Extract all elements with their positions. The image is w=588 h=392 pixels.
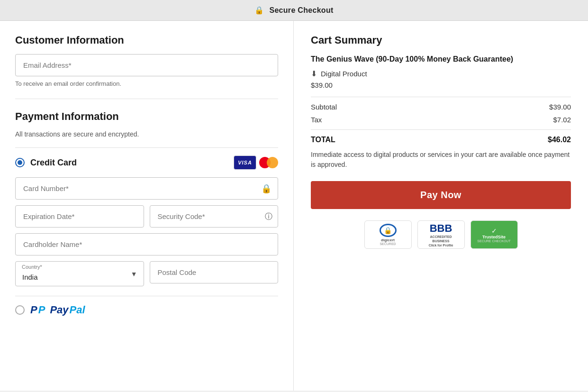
card-number-wrapper: 🔒 bbox=[15, 177, 278, 200]
paypal-icon-p2: P bbox=[38, 304, 45, 316]
total-row: TOTAL $46.02 bbox=[311, 136, 571, 144]
subtotal-value: $39.00 bbox=[549, 103, 571, 111]
top-bar: 🔒 Secure Checkout bbox=[0, 0, 588, 21]
paypal-text-pay: Pay bbox=[50, 304, 68, 316]
customer-section-title: Customer Information bbox=[15, 34, 278, 46]
customer-section: Customer Information To receive an email… bbox=[15, 34, 278, 99]
tax-row: Tax $7.02 bbox=[311, 116, 571, 124]
subtotal-label: Subtotal bbox=[311, 103, 337, 111]
divider bbox=[15, 147, 278, 148]
bbb-line3: Click for Profile bbox=[429, 244, 453, 247]
payment-section: Payment Information All transactions are… bbox=[15, 110, 278, 286]
postal-wrapper bbox=[150, 261, 279, 286]
postal-code-input[interactable] bbox=[150, 261, 279, 283]
security-wrapper: ⓘ bbox=[150, 205, 279, 228]
cart-divider-1 bbox=[311, 97, 571, 97]
bbb-line2: BUSINESS bbox=[433, 239, 450, 243]
subtotal-row: Subtotal $39.00 bbox=[311, 103, 571, 111]
bbb-line1: ACCREDITED bbox=[430, 235, 452, 238]
paypal-section[interactable]: P P Pay Pal bbox=[15, 296, 278, 316]
trustedsite-badge: ✓ TrustedSite SECURE CHECKOUT bbox=[470, 220, 518, 249]
email-input[interactable] bbox=[15, 54, 278, 76]
bbb-badge: BBB ACCREDITED BUSINESS Click for Profil… bbox=[417, 220, 465, 249]
card-number-input[interactable] bbox=[15, 177, 278, 200]
visa-logo: VISA bbox=[234, 155, 256, 170]
access-note: Immediate access to digital products or … bbox=[311, 150, 571, 170]
digicert-circle: 🔒 bbox=[380, 224, 397, 237]
email-helper-text: To receive an email order confirmation. bbox=[15, 80, 278, 87]
payment-section-title: Payment Information bbox=[15, 110, 278, 123]
main-layout: Customer Information To receive an email… bbox=[0, 21, 588, 391]
right-panel: Cart Summary The Genius Wave (90-Day 100… bbox=[294, 21, 588, 391]
header-title: Secure Checkout bbox=[269, 6, 333, 14]
digicert-name: digicert bbox=[381, 238, 395, 242]
bbb-logo: BBB bbox=[430, 222, 452, 235]
cart-divider-2 bbox=[311, 129, 571, 130]
cardholder-name-input[interactable] bbox=[15, 233, 278, 255]
download-icon: ⬇ bbox=[311, 69, 317, 78]
mastercard-logo bbox=[259, 155, 278, 170]
mc-orange-circle bbox=[267, 157, 278, 168]
payment-subtitle: All transactions are secure and encrypte… bbox=[15, 130, 278, 138]
pay-now-button[interactable]: Pay Now bbox=[311, 181, 571, 209]
country-postal-row: Country* India United States United King… bbox=[15, 261, 278, 286]
digicert-badge: 🔒 digicert SECURED bbox=[364, 220, 412, 249]
cardholder-row bbox=[15, 233, 278, 255]
card-lock-icon: 🔒 bbox=[261, 183, 271, 194]
product-price: $39.00 bbox=[311, 81, 571, 89]
paypal-radio[interactable] bbox=[15, 305, 25, 315]
lock-icon: 🔒 bbox=[254, 6, 264, 14]
digicert-secured-text: SECURED bbox=[380, 242, 396, 246]
digicert-lock-icon: 🔒 bbox=[384, 227, 392, 234]
left-panel: Customer Information To receive an email… bbox=[0, 21, 294, 391]
trustedsite-check-icon: ✓ bbox=[491, 227, 497, 235]
security-info-icon[interactable]: ⓘ bbox=[265, 211, 272, 221]
total-label: TOTAL bbox=[311, 136, 335, 144]
cart-title: Cart Summary bbox=[311, 34, 571, 46]
expiry-wrapper bbox=[15, 205, 144, 228]
tax-value: $7.02 bbox=[553, 116, 571, 124]
paypal-logo: P P Pay Pal bbox=[30, 304, 85, 316]
expiry-security-row: ⓘ bbox=[15, 205, 278, 228]
trust-badges: 🔒 digicert SECURED BBB ACCREDITED BUSINE… bbox=[311, 220, 571, 249]
product-name: The Genius Wave (90-Day 100% Money Back … bbox=[311, 54, 571, 64]
country-wrapper: Country* India United States United King… bbox=[15, 261, 144, 286]
tax-label: Tax bbox=[311, 116, 322, 124]
credit-card-radio[interactable] bbox=[15, 158, 25, 167]
trustedsite-sub: SECURE CHECKOUT bbox=[477, 239, 510, 243]
country-label: Country* bbox=[22, 264, 42, 270]
digital-product-row: ⬇ Digital Product bbox=[311, 69, 571, 78]
total-value: $46.02 bbox=[548, 136, 571, 144]
paypal-text-pal: Pal bbox=[70, 304, 85, 316]
card-logos: VISA bbox=[234, 155, 278, 170]
security-code-input[interactable] bbox=[150, 205, 279, 228]
credit-card-option[interactable]: Credit Card VISA bbox=[15, 155, 278, 170]
credit-card-label: Credit Card bbox=[30, 158, 228, 168]
digital-product-label: Digital Product bbox=[321, 70, 367, 78]
expiry-input[interactable] bbox=[15, 205, 144, 228]
paypal-icon-p: P bbox=[30, 304, 37, 316]
bbb-text: ACCREDITED BUSINESS Click for Profile bbox=[429, 235, 453, 247]
trustedsite-name: TrustedSite bbox=[482, 235, 506, 239]
